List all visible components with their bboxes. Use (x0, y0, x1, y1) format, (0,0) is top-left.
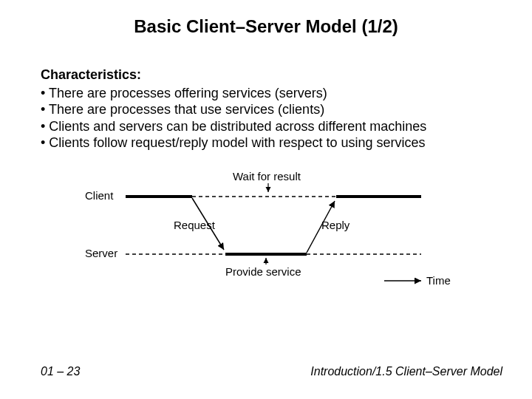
server-label: Server (85, 247, 117, 259)
bullet-item: • Clients and servers can be distributed… (41, 118, 499, 135)
body-text: Characteristics: • There are processes o… (41, 66, 499, 151)
client-label: Client (85, 189, 114, 202)
bullet-item: • Clients follow request/reply model wit… (41, 134, 499, 151)
slide: Basic Client–Server Model (1/2) Characte… (0, 0, 532, 399)
client-server-diagram: Client Wait for result Server Request Re… (85, 170, 454, 303)
provide-label: Provide service (225, 265, 301, 278)
diagram-svg: Client Wait for result Server Request Re… (85, 170, 454, 303)
wait-label: Wait for result (233, 170, 301, 183)
time-label: Time (426, 274, 451, 287)
bullet-item: • There are processes offering services … (41, 85, 499, 102)
characteristics-heading: Characteristics: (41, 66, 499, 83)
slide-title: Basic Client–Server Model (1/2) (0, 16, 532, 37)
reply-label: Reply (321, 219, 350, 231)
footer-section: Introduction/1.5 Client–Server Model (310, 365, 502, 378)
footer-page-number: 01 – 23 (41, 365, 80, 378)
request-label: Request (174, 219, 216, 231)
bullet-item: • There are processes that use services … (41, 101, 499, 118)
